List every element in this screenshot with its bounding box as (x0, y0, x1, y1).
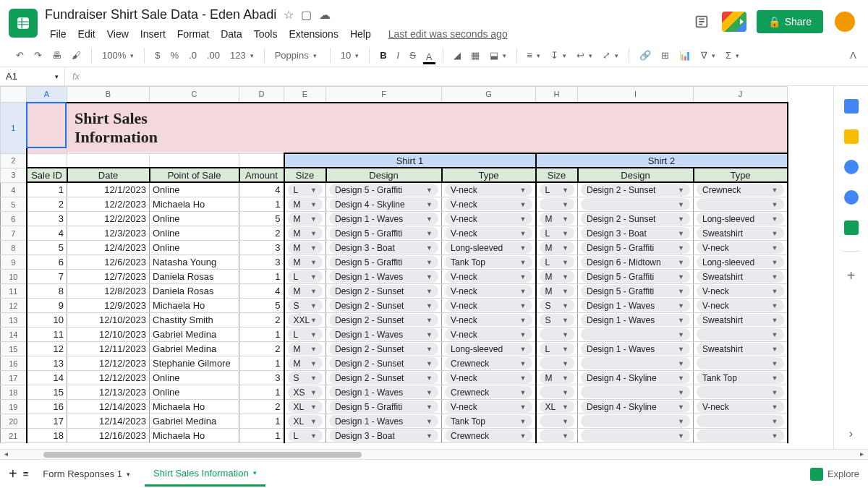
dropdown-pill[interactable]: M▼ (288, 213, 323, 225)
row-header[interactable]: 3 (1, 168, 27, 182)
row-header[interactable]: 15 (1, 342, 27, 356)
name-box[interactable]: A1▾ (0, 67, 65, 85)
dropdown-pill[interactable]: V-neck▼ (697, 285, 784, 297)
col-header[interactable]: F (326, 87, 442, 103)
dropdown-pill[interactable]: M▼ (288, 256, 323, 268)
doc-title[interactable]: Fundraiser Shirt Sale Data - Eden Abadi (45, 7, 276, 22)
percent-button[interactable]: % (167, 47, 182, 64)
menu-file[interactable]: File (45, 25, 72, 43)
dropdown-pill[interactable]: Design 5 - Graffiti▼ (329, 227, 438, 239)
cloud-icon[interactable]: ☁ (319, 8, 331, 22)
sheets-logo[interactable] (9, 9, 38, 38)
tab-shirt-sales[interactable]: Shirt Sales Information▾ (145, 462, 265, 487)
chart-button[interactable]: 📊 (676, 47, 694, 64)
dropdown-pill[interactable]: M▼ (540, 241, 575, 254)
merge-button[interactable]: ⬓ (487, 47, 509, 64)
title-cell[interactable]: Shirt SalesInformation (67, 103, 788, 154)
dropdown-pill[interactable]: Design 5 - Graffiti▼ (329, 184, 438, 196)
dropdown-pill[interactable]: Design 1 - Waves▼ (329, 386, 438, 398)
fontsize-dropdown[interactable]: 10 (338, 47, 362, 64)
dropdown-pill[interactable]: L▼ (288, 429, 323, 442)
dropdown-pill[interactable]: Sweatshirt▼ (697, 314, 784, 326)
dropdown-pill[interactable]: L▼ (540, 184, 575, 196)
dropdown-pill[interactable]: M▼ (288, 227, 323, 239)
dropdown-pill[interactable]: XXL▼ (288, 314, 323, 326)
dropdown-pill[interactable]: XL▼ (288, 415, 323, 427)
row-header[interactable]: 16 (1, 356, 27, 371)
history-icon[interactable] (692, 12, 712, 32)
dropdown-pill[interactable]: V-neck▼ (445, 285, 532, 297)
horizontal-scrollbar[interactable]: ◂▸ (0, 449, 868, 459)
dropdown-pill[interactable]: Sweatshirt▼ (697, 270, 784, 283)
share-button[interactable]: 🔒Share (757, 10, 823, 33)
dropdown-pill[interactable]: Design 3 - Boat▼ (581, 227, 690, 239)
dropdown-pill[interactable]: Design 2 - Sunset▼ (581, 213, 690, 225)
contacts-icon[interactable] (844, 190, 859, 205)
format-dropdown[interactable]: 123 (227, 47, 257, 64)
dropdown-pill[interactable]: Design 1 - Waves▼ (581, 343, 690, 355)
dropdown-pill[interactable]: Design 1 - Waves▼ (329, 213, 438, 225)
link-button[interactable]: 🔗 (637, 47, 654, 64)
menu-insert[interactable]: Insert (135, 25, 171, 43)
fill-color-button[interactable]: ◢ (451, 47, 464, 64)
dropdown-pill[interactable]: V-neck▼ (445, 198, 532, 210)
dropdown-pill[interactable]: V-neck▼ (697, 299, 784, 312)
dropdown-pill[interactable]: V-neck▼ (445, 372, 532, 384)
dropdown-pill[interactable]: Design 2 - Sunset▼ (329, 372, 438, 384)
row-header[interactable]: 6 (1, 212, 27, 226)
currency-button[interactable]: $ (152, 47, 163, 64)
col-header[interactable]: I (578, 87, 694, 103)
dropdown-pill[interactable]: V-neck▼ (445, 299, 532, 312)
rotate-button[interactable]: ⤢ (600, 47, 621, 64)
dropdown-pill[interactable]: V-neck▼ (445, 213, 532, 225)
dropdown-pill[interactable]: V-neck▼ (697, 401, 784, 413)
formula-bar[interactable] (87, 71, 868, 82)
text-color-button[interactable]: A (423, 48, 435, 64)
dropdown-pill[interactable]: Design 5 - Graffiti▼ (581, 241, 690, 254)
dropdown-pill[interactable]: Tank Top▼ (697, 372, 784, 384)
dropdown-pill[interactable]: Design 4 - Skyline▼ (329, 198, 438, 210)
row-header[interactable]: 18 (1, 385, 27, 400)
dropdown-pill[interactable]: Crewneck▼ (697, 184, 784, 196)
dropdown-pill[interactable]: ▼ (540, 429, 575, 442)
dropdown-pill[interactable]: L▼ (540, 343, 575, 355)
dropdown-pill[interactable]: M▼ (288, 198, 323, 210)
dropdown-pill[interactable]: Design 6 - Midtown▼ (581, 256, 690, 268)
dropdown-pill[interactable]: ▼ (697, 198, 784, 210)
functions-button[interactable]: Σ (723, 47, 742, 64)
increase-decimal-button[interactable]: .00 (204, 47, 223, 64)
dropdown-pill[interactable]: V-neck▼ (445, 270, 532, 283)
dropdown-pill[interactable]: V-neck▼ (445, 184, 532, 196)
redo-button[interactable]: ↷ (31, 47, 45, 64)
dropdown-pill[interactable]: Crewneck▼ (445, 429, 532, 442)
dropdown-pill[interactable]: S▼ (540, 314, 575, 326)
dropdown-pill[interactable]: ▼ (581, 328, 690, 341)
dropdown-pill[interactable]: Design 4 - Skyline▼ (581, 401, 690, 413)
add-sheet-button[interactable]: + (9, 466, 17, 482)
meet-icon[interactable] (722, 12, 746, 32)
dropdown-pill[interactable]: L▼ (540, 227, 575, 239)
col-header[interactable]: A (27, 87, 67, 103)
dropdown-pill[interactable]: Long-sleeved▼ (445, 241, 532, 254)
dropdown-pill[interactable]: M▼ (540, 372, 575, 384)
dropdown-pill[interactable]: ▼ (697, 386, 784, 398)
explore-button[interactable]: Explore (810, 468, 859, 481)
row-header[interactable]: 8 (1, 241, 27, 255)
menu-help[interactable]: Help (345, 25, 376, 43)
menu-extensions[interactable]: Extensions (284, 25, 343, 43)
menu-data[interactable]: Data (216, 25, 247, 43)
dropdown-pill[interactable]: Design 1 - Waves▼ (329, 415, 438, 427)
keep-icon[interactable] (844, 129, 859, 144)
row-header[interactable]: 1 (1, 103, 27, 154)
dropdown-pill[interactable]: Design 2 - Sunset▼ (329, 285, 438, 297)
col-header[interactable]: J (694, 87, 788, 103)
row-header[interactable]: 14 (1, 328, 27, 342)
dropdown-pill[interactable]: XL▼ (288, 401, 323, 413)
dropdown-pill[interactable]: Design 5 - Graffiti▼ (329, 256, 438, 268)
dropdown-pill[interactable]: V-neck▼ (445, 328, 532, 341)
row-header[interactable]: 7 (1, 226, 27, 241)
add-addon-icon[interactable]: + (847, 267, 856, 284)
row-header[interactable]: 12 (1, 299, 27, 313)
wrap-button[interactable]: ↩ (574, 47, 595, 64)
dropdown-pill[interactable]: Sweatshirt▼ (697, 227, 784, 239)
